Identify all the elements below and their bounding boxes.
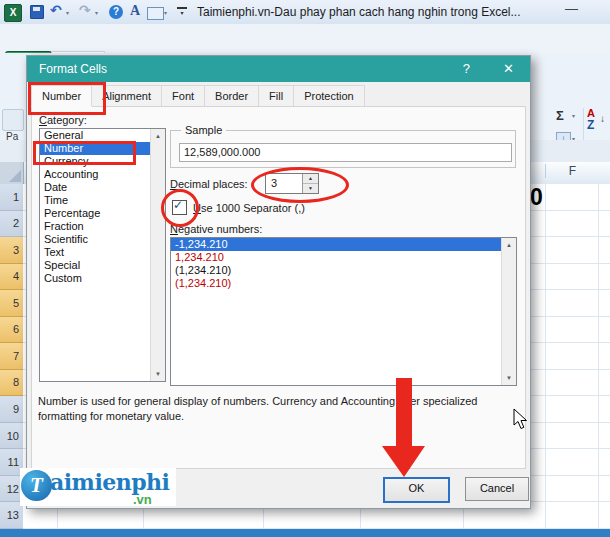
category-label: Category: bbox=[39, 114, 87, 126]
tab-fill[interactable]: Fill bbox=[258, 85, 294, 107]
category-item-time[interactable]: Time bbox=[40, 194, 165, 207]
number-tab-page: Category: General Number Currency Accoun… bbox=[31, 106, 526, 469]
category-listbox[interactable]: General Number Currency Accounting Date … bbox=[39, 128, 166, 382]
autosum-icon[interactable]: Σ bbox=[556, 108, 564, 123]
dialog-title: Format Cells bbox=[39, 62, 107, 76]
sample-value: 12,589,000.000 bbox=[179, 143, 512, 162]
gridline bbox=[598, 184, 599, 529]
category-item-fraction[interactable]: Fraction bbox=[40, 220, 165, 233]
select-all-corner[interactable] bbox=[0, 162, 24, 184]
category-item-custom[interactable]: Custom bbox=[40, 272, 165, 285]
row-header-9[interactable]: 9 bbox=[0, 396, 23, 423]
sample-groupbox: Sample 12,589,000.000 bbox=[170, 130, 516, 168]
use-1000-separator-checkbox[interactable]: ✓ bbox=[172, 200, 187, 215]
tab-border[interactable]: Border bbox=[204, 85, 259, 107]
category-item-number[interactable]: Number bbox=[40, 142, 165, 155]
negative-numbers-listbox[interactable]: -1,234.210 1,234.210 (1,234.210) (1,234.… bbox=[170, 237, 517, 386]
window-title: Taimienphi.vn-Dau phay phan cach hang ng… bbox=[197, 5, 521, 19]
dialog-titlebar[interactable]: Format Cells ? ✕ bbox=[27, 56, 530, 82]
row-header-4[interactable]: 4 bbox=[0, 264, 23, 291]
excel-titlebar: X ↶ ▾ ↷ ▾ ? A ▾ ▾ Taimienphi.vn-Dau phay… bbox=[0, 0, 610, 25]
column-header-f[interactable]: F bbox=[545, 164, 599, 178]
sort-filter-icon-z[interactable]: Z bbox=[587, 118, 594, 132]
bottom-edge-bar bbox=[0, 529, 610, 537]
decimal-places-label: Decimal places: bbox=[170, 178, 248, 190]
row-header-6[interactable]: 6 bbox=[0, 317, 23, 344]
minimize-button[interactable]: — bbox=[565, 1, 578, 16]
category-item-accounting[interactable]: Accounting bbox=[40, 168, 165, 181]
excel-logo-icon: X bbox=[4, 4, 22, 22]
tab-protection[interactable]: Protection bbox=[293, 85, 365, 107]
negative-option-minus[interactable]: -1,234.210 bbox=[171, 238, 516, 251]
row-header-5[interactable]: 5 bbox=[0, 290, 23, 317]
qat-customize-icon[interactable]: ▾ bbox=[177, 7, 187, 17]
negative-numbers-label: Negative numbers: bbox=[170, 223, 262, 235]
tab-font[interactable]: Font bbox=[161, 85, 205, 107]
screenshot-root: X ↶ ▾ ↷ ▾ ? A ▾ ▾ Taimienphi.vn-Dau phay… bbox=[0, 0, 610, 537]
logo-vn: .vn bbox=[133, 492, 152, 507]
send-dropdown-icon[interactable]: ▾ bbox=[164, 9, 167, 16]
mouse-cursor bbox=[513, 408, 529, 430]
category-scrollbar[interactable]: ▲ ▼ bbox=[150, 129, 165, 381]
save-icon[interactable] bbox=[30, 5, 44, 19]
category-item-scientific[interactable]: Scientific bbox=[40, 233, 165, 246]
stepper-buttons: ▲ ▼ bbox=[302, 174, 318, 193]
category-item-date[interactable]: Date bbox=[40, 181, 165, 194]
redo-dropdown-icon[interactable]: ▾ bbox=[95, 9, 98, 16]
negative-option-parens[interactable]: (1,234.210) bbox=[171, 264, 516, 277]
tab-alignment[interactable]: Alignment bbox=[91, 85, 162, 107]
scroll-down-icon[interactable]: ▼ bbox=[151, 367, 165, 381]
ribbon-tab-row: File Home Insert Page Layout Formulas Da… bbox=[0, 24, 610, 53]
row-header-13[interactable]: 13 bbox=[0, 502, 23, 529]
negative-scrollbar[interactable]: ▲ ▼ bbox=[501, 238, 516, 385]
tab-number[interactable]: Number bbox=[31, 85, 92, 107]
stepper-up-icon[interactable]: ▲ bbox=[303, 174, 318, 184]
category-item-text[interactable]: Text bbox=[40, 246, 165, 259]
row-header-10[interactable]: 10 bbox=[0, 423, 23, 450]
checkmark-icon: ✓ bbox=[173, 198, 183, 212]
format-cells-dialog: Format Cells ? ✕ Number Alignment Font B… bbox=[26, 55, 531, 509]
autosum-dropdown-icon[interactable]: ▾ bbox=[572, 112, 575, 119]
close-icon[interactable]: ✕ bbox=[503, 61, 514, 76]
row-header-2[interactable]: 2 bbox=[0, 211, 23, 238]
ok-button[interactable]: OK bbox=[383, 477, 450, 503]
styles-icon[interactable]: A bbox=[130, 3, 140, 19]
send-icon[interactable] bbox=[147, 7, 164, 20]
negative-option-parens-red[interactable]: (1,234.210) bbox=[171, 277, 516, 290]
logo-t-icon: T bbox=[21, 470, 52, 501]
decimal-places-stepper[interactable]: 3 ▲ ▼ bbox=[265, 173, 319, 194]
sort-arrow-icon: ↓ bbox=[600, 113, 605, 124]
cancel-button[interactable]: Cancel bbox=[465, 477, 529, 501]
stepper-down-icon[interactable]: ▼ bbox=[303, 184, 318, 193]
use-1000-separator-label[interactable]: Use 1000 Separator (,) bbox=[193, 202, 305, 214]
category-item-percentage[interactable]: Percentage bbox=[40, 207, 165, 220]
category-item-general[interactable]: General bbox=[40, 129, 165, 142]
redo-icon[interactable]: ↷ bbox=[79, 3, 91, 17]
row-header-8[interactable]: 8 bbox=[0, 370, 23, 397]
help-icon[interactable]: ? bbox=[109, 5, 123, 19]
scroll-up-icon[interactable]: ▲ bbox=[502, 238, 516, 252]
undo-dropdown-icon[interactable]: ▾ bbox=[66, 9, 69, 16]
scroll-up-icon[interactable]: ▲ bbox=[151, 129, 165, 143]
undo-icon[interactable]: ↶ bbox=[50, 3, 62, 17]
paste-button[interactable] bbox=[2, 109, 24, 131]
row-header-7[interactable]: 7 bbox=[0, 343, 23, 370]
row-header-1[interactable]: 1 bbox=[0, 184, 23, 211]
decimal-places-value: 3 bbox=[271, 177, 277, 189]
gridline bbox=[545, 184, 546, 529]
category-item-currency[interactable]: Currency bbox=[40, 155, 165, 168]
taimienphi-logo: T aimienphi .vn bbox=[20, 468, 176, 506]
dialog-tab-strip: Number Alignment Font Border Fill Protec… bbox=[31, 85, 364, 107]
category-item-special[interactable]: Special bbox=[40, 259, 165, 272]
negative-option-red[interactable]: 1,234.210 bbox=[171, 251, 516, 264]
row-header-3[interactable]: 3 bbox=[0, 237, 23, 264]
dialog-help-icon[interactable]: ? bbox=[463, 61, 470, 76]
sample-legend: Sample bbox=[181, 124, 226, 136]
scroll-down-icon[interactable]: ▼ bbox=[502, 371, 516, 385]
category-description: Number is used for general display of nu… bbox=[36, 394, 522, 424]
cell-value-clipped: 0 bbox=[530, 184, 543, 211]
